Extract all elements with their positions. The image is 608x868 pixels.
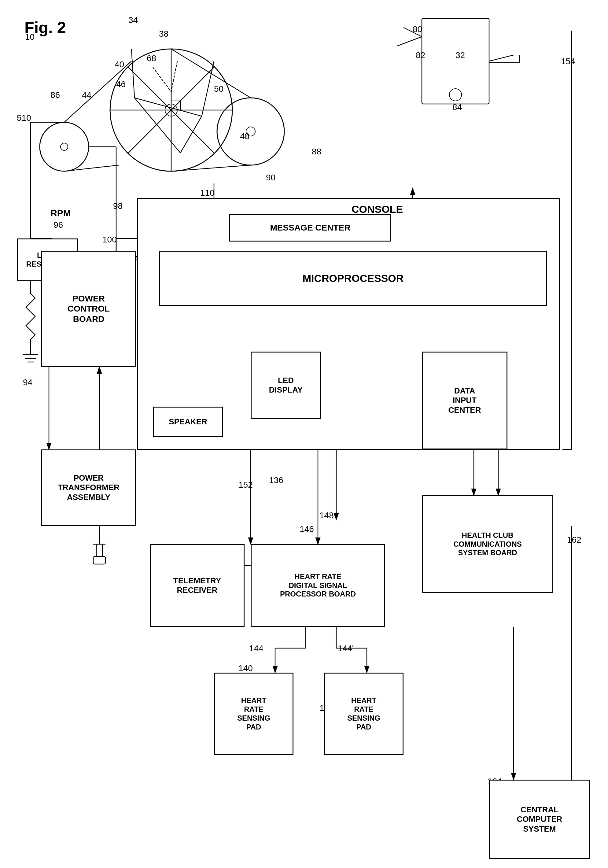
microprocessor-box: MICROPROCESSOR bbox=[159, 251, 547, 306]
power-transformer-box: POWERTRANSFORMERASSEMBLY bbox=[41, 450, 136, 526]
data-input-center-box: DATAINPUTCENTER bbox=[422, 352, 507, 450]
svg-point-10 bbox=[217, 98, 284, 165]
page: Fig. 2 10 bbox=[0, 0, 608, 868]
svg-point-5 bbox=[165, 104, 177, 116]
ref-162: 162 bbox=[567, 535, 582, 545]
svg-point-14 bbox=[40, 122, 89, 171]
svg-line-18 bbox=[202, 61, 214, 116]
svg-line-19 bbox=[132, 49, 135, 98]
svg-point-29 bbox=[449, 89, 462, 101]
svg-line-30 bbox=[153, 67, 171, 92]
ref-154: 154 bbox=[561, 57, 575, 66]
svg-rect-23 bbox=[171, 101, 180, 110]
ref-94: 94 bbox=[23, 378, 32, 388]
svg-rect-24 bbox=[422, 19, 489, 104]
ref-100: 100 bbox=[102, 235, 117, 245]
svg-point-15 bbox=[60, 143, 68, 150]
ref-146: 146 bbox=[300, 524, 314, 534]
svg-line-16 bbox=[64, 61, 132, 122]
ref-40: 40 bbox=[114, 60, 124, 70]
led-display-box: LEDDISPLAY bbox=[251, 352, 321, 419]
ref-144p: 144' bbox=[338, 643, 354, 653]
svg-line-27 bbox=[489, 55, 514, 61]
central-computer-box: CENTRALCOMPUTERSYSTEM bbox=[489, 780, 590, 859]
ref-48: 48 bbox=[240, 132, 249, 141]
heart-rate-dsp-box: HEART RATEDIGITAL SIGNALPROCESSOR BOARD bbox=[251, 544, 385, 627]
ref-10: 10 bbox=[25, 32, 34, 42]
ref-50: 50 bbox=[214, 84, 223, 94]
ref-152: 152 bbox=[238, 480, 253, 490]
svg-line-25 bbox=[398, 37, 422, 46]
svg-line-17 bbox=[64, 165, 119, 171]
svg-rect-59 bbox=[93, 556, 105, 564]
power-control-board-box: POWERCONTROLBOARD bbox=[41, 251, 136, 367]
ref-34: 34 bbox=[128, 15, 138, 25]
ref-84: 84 bbox=[452, 102, 462, 112]
speaker-box: SPEAKER bbox=[153, 407, 223, 437]
heart-rate-sensing-1-box: HEARTRATESENSINGPAD bbox=[214, 673, 294, 755]
ref-144: 144 bbox=[249, 643, 263, 653]
svg-rect-28 bbox=[489, 55, 520, 63]
ref-510: 510 bbox=[17, 113, 31, 123]
ref-46: 46 bbox=[116, 79, 125, 89]
ref-32: 32 bbox=[455, 50, 465, 60]
ref-148: 148 bbox=[319, 511, 334, 520]
ref-80: 80 bbox=[413, 25, 422, 34]
ref-38: 38 bbox=[159, 29, 169, 39]
svg-line-21 bbox=[135, 98, 180, 153]
telemetry-receiver-box: TELEMETRYRECEIVER bbox=[150, 544, 244, 627]
svg-line-22 bbox=[180, 116, 202, 153]
rpm-label: RPM bbox=[50, 208, 71, 218]
svg-point-4 bbox=[110, 49, 232, 171]
ref-88: 88 bbox=[312, 147, 321, 157]
ref-96: 96 bbox=[54, 220, 63, 230]
heart-rate-sensing-2-box: HEARTRATESENSINGPAD bbox=[324, 673, 404, 755]
svg-line-13 bbox=[171, 165, 251, 171]
svg-line-8 bbox=[128, 67, 215, 153]
ref-140: 140 bbox=[238, 663, 253, 673]
ref-44: 44 bbox=[82, 90, 91, 100]
message-center-box: MESSAGE CENTER bbox=[229, 214, 391, 242]
svg-line-31 bbox=[171, 61, 177, 92]
ref-98: 98 bbox=[113, 201, 122, 211]
ref-136: 136 bbox=[269, 476, 283, 485]
console-label: CONSOLE bbox=[351, 203, 403, 215]
svg-line-20 bbox=[135, 98, 202, 116]
health-club-comm-box: HEALTH CLUBCOMMUNICATIONSSYSTEM BOARD bbox=[422, 495, 553, 593]
ref-82: 82 bbox=[416, 50, 425, 60]
ref-68: 68 bbox=[147, 54, 156, 63]
svg-line-12 bbox=[171, 49, 251, 98]
ref-90: 90 bbox=[266, 173, 275, 183]
svg-line-9 bbox=[128, 67, 215, 153]
ref-110: 110 bbox=[200, 188, 215, 198]
ref-86: 86 bbox=[50, 90, 60, 100]
